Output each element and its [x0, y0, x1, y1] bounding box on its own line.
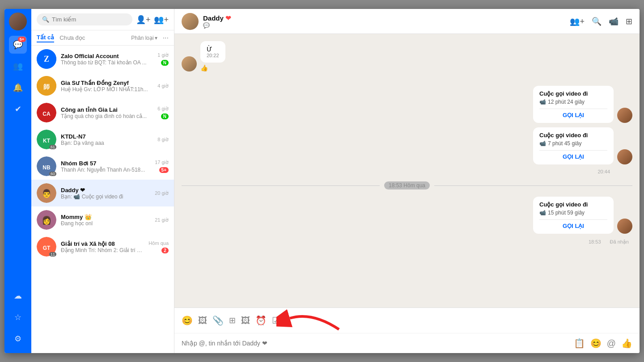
- contact-name: Daddy ❤: [61, 187, 150, 194]
- message-input[interactable]: [182, 340, 569, 347]
- list-item[interactable]: CA Công an tỉnh Gia Lai Tặng quà cho gia…: [31, 99, 174, 126]
- list-item[interactable]: 師 Gia Sư Thần Đồng Zenyf Huệ Huệ Gv: LỚP…: [31, 72, 174, 99]
- video-icon: 📹: [539, 140, 546, 147]
- tab-unread[interactable]: Chưa đọc: [59, 34, 85, 42]
- unread-badge: 2: [161, 248, 169, 253]
- chat-time: 1 giờ: [157, 52, 169, 58]
- chat-meta: 6 giờ N: [157, 106, 169, 119]
- avatar: NB 60: [37, 156, 56, 176]
- heart-icon: ❤: [225, 14, 231, 22]
- call-duration: 📹 12 phút 24 giây: [539, 99, 607, 105]
- list-item[interactable]: Zalo Official Account Thông báo từ BQT: …: [31, 46, 174, 72]
- search-box[interactable]: 🔍: [37, 13, 132, 25]
- call-card: Cuộc gọi video đi 📹 15 phút 59 giây GỌI …: [533, 197, 614, 234]
- chat-toolbar: 😊 🖼 📎 ⊞ 🖼 ⏰ ☑: [174, 307, 640, 333]
- red-arrow: [276, 303, 348, 338]
- tab-all[interactable]: Tất cả: [37, 33, 54, 42]
- panel-toggle-icon[interactable]: ⊞: [626, 17, 632, 26]
- chat-meta: Hôm qua 2: [148, 240, 169, 253]
- attachment-icon[interactable]: 📎: [212, 315, 224, 326]
- contacts-nav-icon[interactable]: 👥: [9, 57, 27, 75]
- date-divider: 18:53 Hôm qua: [182, 180, 632, 191]
- like-button[interactable]: 👍: [200, 64, 225, 72]
- chat-meta: 21 giờ: [155, 217, 169, 223]
- reminder-icon[interactable]: ⏰: [255, 315, 267, 326]
- emoji-icon[interactable]: 😊: [590, 338, 602, 349]
- chat-time: 21 giờ: [155, 217, 169, 223]
- sort-button[interactable]: Phân loại ▾: [131, 35, 157, 41]
- gallery-icon[interactable]: 🖼: [241, 316, 250, 326]
- bell-icon: 🔔: [13, 83, 23, 93]
- chat-info: Nhóm Bơi 57 Thanh An: Nguyễn Thanh An-51…: [61, 160, 150, 173]
- chat-info: Gia Sư Thần Đồng Zenyf Huệ Huệ Gv: LỚP M…: [61, 80, 153, 93]
- call-back-button[interactable]: GỌI LẠI: [539, 112, 607, 118]
- cloud-nav-icon[interactable]: ☁: [9, 287, 27, 305]
- call-back-button[interactable]: GỌI LẠI: [539, 223, 607, 229]
- list-item[interactable]: NB 60 Nhóm Bơi 57 Thanh An: Nguyễn Thanh…: [31, 153, 174, 180]
- chat-header-avatar: [182, 13, 199, 30]
- sticker-icon[interactable]: 😊: [182, 315, 193, 326]
- call-duration: 📹 15 phút 59 giây: [539, 210, 607, 216]
- mention-forward-icon[interactable]: 📋: [574, 338, 585, 349]
- chat-time: 6 giờ: [157, 106, 169, 112]
- add-group-icon[interactable]: 👥+: [154, 15, 169, 25]
- user-avatar[interactable]: [9, 13, 27, 30]
- contact-name: Nhóm Bơi 57: [61, 160, 150, 167]
- contact-name: Giải trí và Xã hội 08: [61, 240, 144, 247]
- video-icon: 📹: [539, 210, 546, 216]
- chat-badge: 5+: [18, 37, 26, 42]
- image-icon[interactable]: 🖼: [198, 316, 207, 326]
- contact-name: Mommy 👑: [61, 214, 150, 220]
- app-window: 💬 5+ 👥 🔔 ✔ ☁ ☆ ⚙ 🔍 👤+: [4, 9, 640, 353]
- add-member-icon[interactable]: 👥+: [570, 17, 585, 26]
- avatar: 👨: [37, 183, 56, 203]
- chat-nav-icon[interactable]: 💬 5+: [9, 36, 27, 54]
- message-bubble: Ừ 20:22: [200, 41, 225, 63]
- list-item[interactable]: 👩 Mommy 👑 Đang học onl 21 giờ: [31, 206, 174, 233]
- unread-badge: N: [161, 114, 169, 119]
- chat-header-sub: 💬: [203, 22, 565, 29]
- thumbs-up-icon[interactable]: 👍: [621, 338, 632, 349]
- video-call-icon[interactable]: 📹: [609, 17, 619, 26]
- contact-name: Zalo Official Account: [61, 53, 153, 59]
- unread-badge: 5+: [159, 167, 169, 173]
- messages-area: Ừ 20:22 👍 Cuộc gọi video đi 📹 12 phút 24…: [174, 34, 640, 307]
- search-input[interactable]: [52, 16, 127, 23]
- star-nav-icon[interactable]: ☆: [9, 308, 27, 326]
- sidebar-tabs: Tất cả Chưa đọc Phân loại ▾ ···: [31, 30, 174, 46]
- chat-meta: 17 giờ 5+: [155, 160, 169, 173]
- list-item[interactable]: KT 61 KTDL-N7 Bạn: Dạ vâng aaa 8 giờ: [31, 126, 174, 153]
- message-preview: Bạn: Dạ vâng aaa: [61, 140, 153, 146]
- message-time: 20:22: [207, 53, 219, 58]
- settings-icon: ⚙: [14, 334, 21, 344]
- settings-nav-icon[interactable]: ⚙: [9, 330, 27, 348]
- chat-time: 4 giờ: [157, 83, 169, 89]
- chat-info: Giải trí và Xã hội 08 Đặng Minh Trí: Nhó…: [61, 240, 144, 253]
- list-item[interactable]: GT 11 Giải trí và Xã hội 08 Đặng Minh Tr…: [31, 233, 174, 260]
- call-back-button[interactable]: GỌI LẠI: [539, 153, 607, 160]
- star-icon: ☆: [14, 312, 21, 322]
- more-options-button[interactable]: ···: [163, 34, 169, 42]
- avatar: [617, 108, 632, 123]
- avatar: 師: [37, 76, 56, 96]
- header-actions: 👥+ 🔍 📹 ⊞: [570, 17, 632, 26]
- avatar: 👩: [37, 210, 56, 230]
- chevron-down-icon: ▾: [155, 35, 157, 41]
- avatar: GT 11: [37, 237, 56, 257]
- avatar: [182, 56, 197, 72]
- add-friend-icon[interactable]: 👤+: [136, 15, 151, 25]
- search-chat-icon[interactable]: 🔍: [592, 17, 602, 26]
- chat-main: Daddy ❤ 💬 👥+ 🔍 📹 ⊞: [174, 9, 640, 353]
- todo-icon: ✔: [15, 104, 21, 114]
- at-icon[interactable]: @: [607, 338, 616, 349]
- message-time: 18:53: [589, 239, 601, 245]
- todo-nav-icon[interactable]: ✔: [9, 100, 27, 118]
- chat-time: 8 giờ: [157, 137, 169, 143]
- video-icon: 📹: [539, 99, 546, 105]
- chat-header-info: Daddy ❤ 💬: [203, 14, 565, 29]
- list-item[interactable]: 👨 Daddy ❤ Bạn: 📹 Cuộc gọi video đi 20 gi…: [31, 180, 174, 206]
- contacts-icon: 👥: [13, 61, 23, 71]
- screenshot-icon[interactable]: ⊞: [229, 316, 236, 325]
- bell-nav-icon[interactable]: 🔔: [9, 79, 27, 97]
- avatar: [617, 149, 632, 164]
